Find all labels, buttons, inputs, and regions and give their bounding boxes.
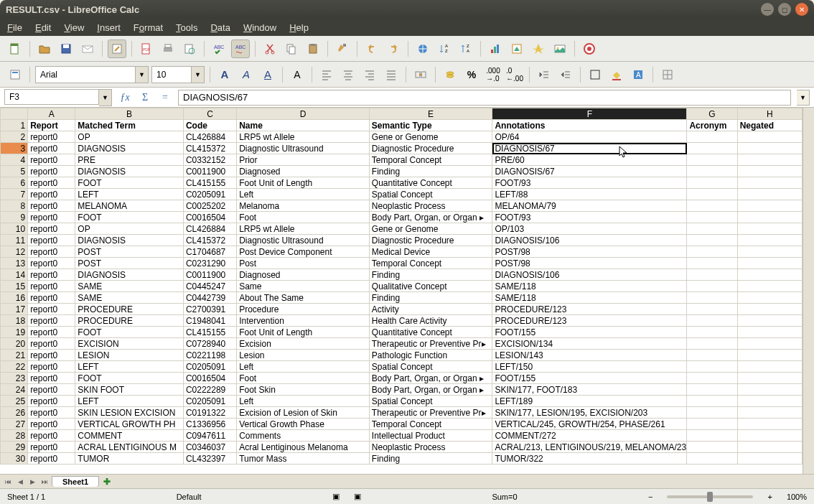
cell[interactable]	[687, 281, 737, 292]
cell[interactable]: PROCEDURE	[75, 315, 184, 327]
menu-window[interactable]: Window	[243, 22, 276, 33]
header-cell[interactable]: Annotations	[492, 120, 687, 131]
cell[interactable]: Qualitative Concept	[369, 281, 492, 292]
menu-file[interactable]: File	[7, 22, 22, 33]
cell[interactable]: FOOT	[75, 373, 184, 384]
cell[interactable]: C0191322	[183, 407, 236, 419]
cell[interactable]: FOOT/155	[492, 373, 687, 384]
col-header-G[interactable]: G	[687, 108, 737, 120]
maximize-button[interactable]: ◻	[778, 3, 791, 16]
cell[interactable]: Left	[237, 189, 370, 200]
tab-last-button[interactable]: ⏭	[39, 477, 50, 487]
paste-button[interactable]	[304, 39, 322, 58]
cell[interactable]: FOOT/93	[492, 177, 687, 189]
row-header[interactable]: 4	[1, 154, 28, 166]
row-header[interactable]: 26	[1, 407, 28, 419]
formula-input[interactable]	[178, 90, 791, 106]
cell[interactable]	[687, 235, 737, 246]
cell[interactable]: Foot Skin	[237, 384, 370, 396]
cell[interactable]: C1948041	[183, 315, 236, 327]
cell[interactable]: report0	[28, 200, 75, 212]
font-name-input[interactable]	[35, 66, 136, 83]
row-header[interactable]: 3	[1, 143, 28, 154]
row-header[interactable]: 5	[1, 166, 28, 177]
cell[interactable]	[737, 246, 802, 258]
cell[interactable]: CL415155	[183, 177, 236, 189]
cell[interactable]: Comments	[237, 430, 370, 442]
cell[interactable]: Diagnostic Procedure	[369, 235, 492, 246]
sort-desc-button[interactable]: ZA	[457, 39, 475, 58]
cell[interactable]	[687, 258, 737, 269]
help-button[interactable]	[580, 39, 599, 58]
cell[interactable]: TUMOR	[75, 453, 184, 465]
cell[interactable]	[737, 373, 802, 384]
highlight-button[interactable]: A	[629, 65, 647, 84]
menu-format[interactable]: Format	[134, 22, 163, 33]
cell[interactable]	[687, 269, 737, 281]
cell[interactable]: Neoplastic Process	[369, 442, 492, 453]
row-header[interactable]: 24	[1, 384, 28, 396]
font-name-dropdown[interactable]: ▼	[136, 66, 149, 83]
cell[interactable]: POST/98	[492, 246, 687, 258]
align-left-button[interactable]	[317, 65, 336, 84]
cell[interactable]: report0	[28, 396, 75, 407]
tab-next-button[interactable]: ▶	[27, 477, 37, 487]
cell[interactable]: CL432397	[183, 453, 236, 465]
tab-prev-button[interactable]: ◀	[15, 477, 25, 487]
cell[interactable]: report0	[28, 154, 75, 166]
cell[interactable]: PRE	[75, 154, 184, 166]
row-header[interactable]: 30	[1, 453, 28, 465]
cell[interactable]	[687, 384, 737, 396]
cell[interactable]: C0445247	[183, 281, 236, 292]
cell[interactable]	[687, 304, 737, 315]
cell[interactable]	[737, 177, 802, 189]
cell[interactable]	[687, 223, 737, 235]
cell[interactable]: C2700391	[183, 304, 236, 315]
remove-decimal-button[interactable]: .0←.00	[505, 65, 524, 84]
cell[interactable]	[687, 407, 737, 419]
cell[interactable]: PROCEDURE	[75, 304, 184, 315]
col-header-C[interactable]: C	[183, 108, 236, 120]
cell[interactable]: report0	[28, 177, 75, 189]
cell[interactable]	[687, 419, 737, 430]
merge-cells-button[interactable]	[411, 65, 430, 84]
cell[interactable]: SKIN/177, FOOT/183	[492, 384, 687, 396]
cell[interactable]: About The Same	[237, 292, 370, 304]
zoom-in-button[interactable]: +	[767, 493, 772, 501]
cell[interactable]: Excision of Lesion of Skin	[237, 407, 370, 419]
cell[interactable]	[687, 350, 737, 361]
cell[interactable]	[737, 166, 802, 177]
cell[interactable]: Temporal Concept	[369, 419, 492, 430]
cell[interactable]: COMMENT/272	[492, 430, 687, 442]
menu-view[interactable]: View	[64, 22, 84, 33]
status-insert-mode[interactable]: ▣	[332, 492, 340, 501]
cell[interactable]: FOOT	[75, 212, 184, 223]
row-header[interactable]: 13	[1, 258, 28, 269]
row-header[interactable]: 27	[1, 419, 28, 430]
cell[interactable]	[687, 442, 737, 453]
cell[interactable]	[737, 292, 802, 304]
cell[interactable]	[687, 212, 737, 223]
status-selection-mode[interactable]: ▣	[354, 492, 361, 501]
cell[interactable]: report0	[28, 419, 75, 430]
cell[interactable]	[687, 154, 737, 166]
cell[interactable]: Diagnosed	[237, 269, 370, 281]
cell[interactable]: EXCISION	[75, 338, 184, 350]
cell[interactable]: C0011900	[183, 166, 236, 177]
cell-reference-input[interactable]	[4, 89, 99, 105]
cell[interactable]	[687, 200, 737, 212]
cell[interactable]: report0	[28, 212, 75, 223]
cell[interactable]	[687, 166, 737, 177]
cell[interactable]: DIAGNOSIS/106	[492, 269, 687, 281]
cell[interactable]: C0346037	[183, 442, 236, 453]
row-header[interactable]: 19	[1, 327, 28, 338]
cell[interactable]	[687, 131, 737, 143]
cell[interactable]: C0205091	[183, 189, 236, 200]
cell[interactable]: report0	[28, 327, 75, 338]
cell[interactable]: report0	[28, 258, 75, 269]
cell[interactable]	[737, 304, 802, 315]
hyperlink-button[interactable]	[413, 39, 432, 58]
cell[interactable]: Foot Unit of Length	[237, 177, 370, 189]
print-button[interactable]	[159, 39, 177, 58]
save-button[interactable]	[57, 39, 75, 58]
